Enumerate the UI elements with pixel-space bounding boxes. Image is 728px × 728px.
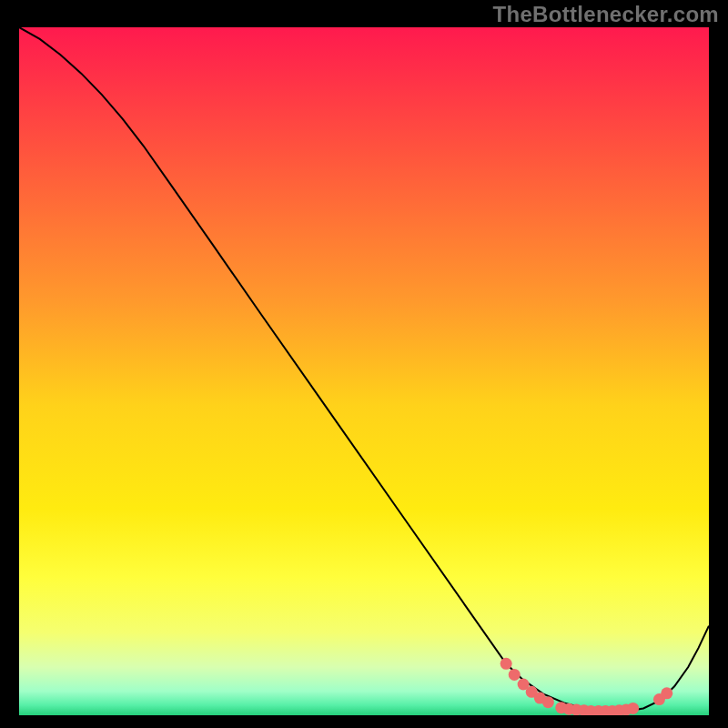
- highlight-dot: [627, 703, 639, 714]
- chart-svg: [19, 27, 709, 715]
- chart-stage: TheBottlenecker.com: [0, 0, 728, 728]
- highlight-dot: [500, 658, 512, 670]
- gradient-background: [19, 27, 709, 715]
- watermark-text: TheBottlenecker.com: [493, 2, 719, 27]
- highlight-dot: [542, 696, 554, 708]
- highlight-dot: [661, 687, 672, 699]
- plot-area: [19, 27, 709, 715]
- highlight-dot: [509, 669, 521, 681]
